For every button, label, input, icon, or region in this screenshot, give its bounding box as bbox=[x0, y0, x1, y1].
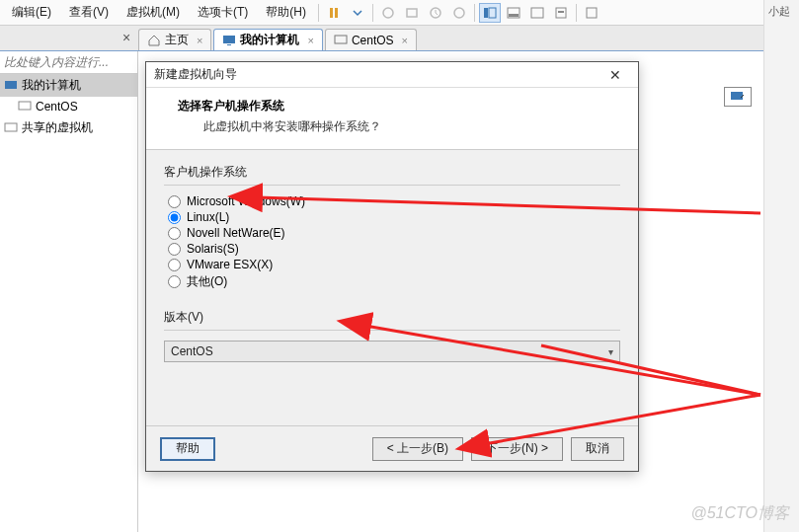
svg-rect-20 bbox=[731, 92, 743, 100]
svg-rect-9 bbox=[509, 14, 519, 17]
right-panel-label: 小起 bbox=[764, 0, 799, 23]
radio-windows[interactable] bbox=[168, 195, 181, 208]
svg-rect-16 bbox=[335, 36, 347, 43]
svg-rect-7 bbox=[489, 8, 496, 18]
svg-rect-15 bbox=[227, 44, 231, 45]
library-icon[interactable] bbox=[581, 3, 602, 23]
radio-esx-label[interactable]: VMware ESX(X) bbox=[187, 258, 273, 271]
radio-novell[interactable] bbox=[168, 227, 181, 240]
radio-other[interactable] bbox=[168, 275, 181, 288]
monitor-icon bbox=[4, 79, 18, 93]
document-tabs: × 主页 × 我的计算机 × CentOS × bbox=[0, 26, 799, 51]
panel-close-icon[interactable]: × bbox=[122, 30, 130, 45]
dialog-body: 客户机操作系统 Microsoft Windows(W) Linux(L) No… bbox=[146, 150, 638, 446]
shared-icon bbox=[4, 121, 18, 135]
menu-help[interactable]: 帮助(H) bbox=[258, 1, 314, 24]
svg-rect-0 bbox=[330, 8, 333, 18]
tab-centos[interactable]: CentOS × bbox=[325, 29, 417, 50]
search-box[interactable] bbox=[0, 51, 137, 74]
tab-home[interactable]: 主页 × bbox=[138, 29, 211, 50]
svg-rect-1 bbox=[335, 8, 338, 18]
radio-esx[interactable] bbox=[168, 259, 181, 271]
thumbnail-icon[interactable] bbox=[503, 3, 524, 23]
menu-bar: 编辑(E) 查看(V) 虚拟机(M) 选项卡(T) 帮助(H) bbox=[0, 0, 799, 26]
menu-view[interactable]: 查看(V) bbox=[61, 1, 117, 24]
svg-rect-12 bbox=[558, 11, 564, 13]
os-radio-group: Microsoft Windows(W) Linux(L) Novell Net… bbox=[164, 185, 620, 303]
sidebar-item-label: 我的计算机 bbox=[22, 77, 81, 94]
header-title: 选择客户机操作系统 bbox=[178, 98, 624, 114]
radio-linux-label[interactable]: Linux(L) bbox=[187, 210, 229, 224]
sidebar-item-shared[interactable]: 共享的虚拟机 bbox=[0, 116, 137, 139]
dropdown-icon[interactable] bbox=[347, 3, 368, 23]
svg-rect-10 bbox=[531, 8, 543, 18]
new-vm-wizard-dialog: 新建虚拟机向导 ✕ 选择客户机操作系统 此虚拟机中将安装哪种操作系统？ 客户机操… bbox=[145, 61, 639, 472]
version-combobox[interactable]: CentOS ▾ bbox=[164, 341, 620, 362]
tab-close-icon[interactable]: × bbox=[402, 35, 408, 46]
unity-icon[interactable] bbox=[550, 3, 572, 23]
svg-point-2 bbox=[383, 8, 393, 18]
view-mode-button[interactable] bbox=[724, 87, 752, 107]
tab-close-icon[interactable]: × bbox=[307, 35, 313, 46]
tab-label: 我的计算机 bbox=[240, 32, 299, 48]
tab-mycomputer[interactable]: 我的计算机 × bbox=[213, 29, 322, 50]
snapshot-icon[interactable] bbox=[377, 3, 399, 23]
vm-icon bbox=[18, 100, 32, 114]
right-panel: 小起 bbox=[763, 0, 799, 532]
pause-icon[interactable] bbox=[323, 3, 345, 23]
close-icon[interactable]: ✕ bbox=[600, 65, 630, 85]
version-label: 版本(V) bbox=[164, 309, 620, 326]
svg-rect-13 bbox=[587, 8, 597, 18]
dialog-titlebar: 新建虚拟机向导 ✕ bbox=[146, 62, 638, 88]
dialog-header: 选择客户机操作系统 此虚拟机中将安装哪种操作系统？ bbox=[146, 88, 638, 150]
svg-rect-19 bbox=[5, 123, 17, 131]
radio-other-label[interactable]: 其他(O) bbox=[187, 273, 227, 290]
radio-linux[interactable] bbox=[168, 211, 181, 224]
svg-rect-18 bbox=[19, 102, 31, 110]
revert-icon[interactable] bbox=[448, 3, 470, 23]
radio-solaris[interactable] bbox=[168, 243, 181, 256]
next-button[interactable]: 下一步(N) > bbox=[471, 437, 563, 461]
fullscreen-icon[interactable] bbox=[526, 3, 548, 23]
sidebar-item-label: CentOS bbox=[36, 100, 78, 114]
chevron-down-icon: ▾ bbox=[608, 346, 613, 357]
watermark: @51CTO博客 bbox=[690, 503, 789, 524]
menu-tabs[interactable]: 选项卡(T) bbox=[190, 1, 256, 24]
version-value: CentOS bbox=[171, 344, 213, 358]
cancel-button[interactable]: 取消 bbox=[571, 437, 624, 461]
tab-label: CentOS bbox=[352, 34, 394, 47]
sidebar-item-label: 共享的虚拟机 bbox=[22, 119, 93, 136]
menu-edit[interactable]: 编辑(E) bbox=[4, 1, 59, 24]
os-group-label: 客户机操作系统 bbox=[164, 164, 620, 181]
monitor-icon bbox=[222, 34, 236, 47]
search-input[interactable] bbox=[4, 55, 133, 69]
help-button[interactable]: 帮助 bbox=[160, 437, 215, 461]
dialog-title: 新建虚拟机向导 bbox=[154, 66, 237, 83]
sidebar-item-centos[interactable]: CentOS bbox=[0, 97, 137, 116]
svg-point-5 bbox=[454, 8, 464, 18]
svg-rect-17 bbox=[5, 81, 17, 89]
tab-label: 主页 bbox=[165, 32, 189, 48]
tab-close-icon[interactable]: × bbox=[197, 35, 202, 46]
radio-solaris-label[interactable]: Solaris(S) bbox=[187, 242, 239, 256]
svg-rect-6 bbox=[484, 8, 488, 18]
radio-novell-label[interactable]: Novell NetWare(E) bbox=[187, 226, 285, 240]
sidebar-item-mycomputer[interactable]: 我的计算机 bbox=[0, 74, 137, 97]
monitor-icon bbox=[730, 91, 746, 103]
back-button[interactable]: < 上一步(B) bbox=[372, 437, 463, 461]
toolbar-power-group bbox=[323, 3, 368, 23]
dialog-button-row: 帮助 < 上一步(B) 下一步(N) > 取消 bbox=[146, 425, 638, 471]
library-sidebar: 我的计算机 CentOS 共享的虚拟机 bbox=[0, 51, 138, 532]
svg-rect-3 bbox=[407, 9, 417, 17]
radio-windows-label[interactable]: Microsoft Windows(W) bbox=[187, 194, 305, 208]
home-icon bbox=[147, 34, 161, 47]
menu-vm[interactable]: 虚拟机(M) bbox=[119, 1, 188, 24]
screenshot-icon[interactable] bbox=[401, 3, 423, 23]
svg-rect-14 bbox=[223, 36, 235, 43]
header-subtitle: 此虚拟机中将安装哪种操作系统？ bbox=[203, 118, 624, 135]
sidebar-toggle-icon[interactable] bbox=[479, 3, 501, 23]
vm-icon bbox=[334, 34, 348, 47]
clock-icon[interactable] bbox=[425, 3, 446, 23]
